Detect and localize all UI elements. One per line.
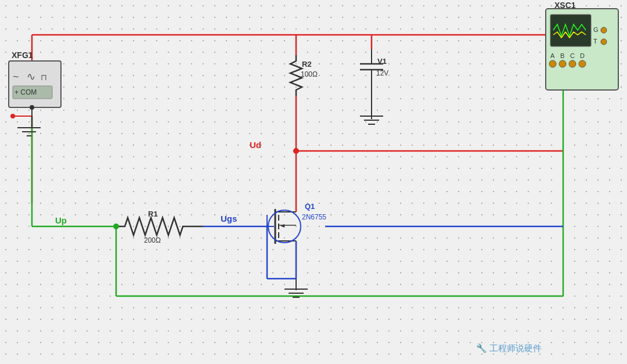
svg-text:XFG1: XFG1 [12, 51, 33, 60]
svg-text:V1: V1 [377, 57, 387, 66]
svg-text:+ COM: + COM [15, 88, 37, 96]
svg-text:12V: 12V [376, 69, 388, 77]
svg-text:D: D [580, 52, 585, 59]
svg-text:🔧 工程师说硬件: 🔧 工程师说硬件 [476, 343, 542, 354]
svg-point-66 [559, 60, 566, 67]
svg-text:T: T [593, 38, 597, 45]
svg-text:XSC1: XSC1 [554, 1, 576, 10]
svg-text:C: C [570, 52, 575, 59]
svg-text:⊓: ⊓ [41, 73, 47, 82]
svg-point-68 [579, 60, 586, 67]
circuit-canvas: ~ ∿ ⊓ + COM A B C D [0, 0, 627, 364]
svg-point-72 [601, 39, 607, 45]
svg-text:A: A [550, 52, 555, 59]
svg-text:200Ω: 200Ω [144, 236, 161, 244]
svg-point-65 [549, 60, 556, 67]
svg-point-70 [601, 27, 607, 33]
svg-text:~: ~ [13, 71, 19, 82]
svg-text:Q1: Q1 [305, 202, 315, 211]
svg-text:Ud: Ud [250, 140, 261, 150]
svg-text:∿: ∿ [27, 71, 35, 82]
svg-point-67 [569, 60, 576, 67]
svg-text:Up: Up [55, 215, 67, 225]
svg-text:R1: R1 [148, 210, 158, 218]
svg-text:G: G [593, 26, 599, 33]
svg-text:2N6755: 2N6755 [302, 213, 326, 221]
svg-text:100Ω: 100Ω [301, 70, 318, 78]
svg-rect-38 [9, 61, 61, 107]
svg-point-74 [113, 224, 119, 229]
svg-text:B: B [560, 52, 564, 59]
circuit-svg: ~ ∿ ⊓ + COM A B C D [0, 0, 627, 364]
svg-point-73 [293, 148, 299, 154]
svg-text:Ugs: Ugs [221, 214, 237, 224]
svg-rect-60 [550, 15, 591, 46]
svg-marker-36 [280, 224, 284, 228]
svg-text:R2: R2 [302, 60, 312, 69]
